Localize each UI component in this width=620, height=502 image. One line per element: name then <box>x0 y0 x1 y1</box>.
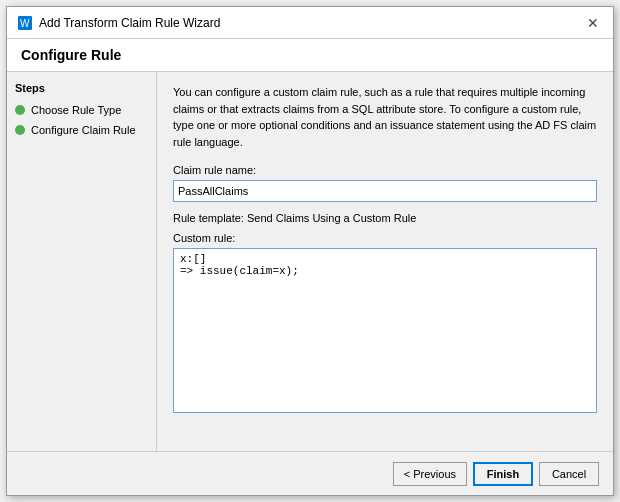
title-bar-left: W Add Transform Claim Rule Wizard <box>17 15 220 31</box>
wizard-icon: W <box>17 15 33 31</box>
previous-button[interactable]: < Previous <box>393 462 467 486</box>
rule-template-text: Rule template: Send Claims Using a Custo… <box>173 212 597 224</box>
custom-rule-textarea[interactable]: x:[] => issue(claim=x); <box>173 248 597 413</box>
description-text: You can configure a custom claim rule, s… <box>173 84 597 150</box>
close-button[interactable]: ✕ <box>583 13 603 33</box>
step-indicator-2 <box>15 125 25 135</box>
svg-text:W: W <box>20 18 30 29</box>
sidebar-item-label-2: Configure Claim Rule <box>31 124 136 136</box>
sidebar-item-label: Choose Rule Type <box>31 104 121 116</box>
sidebar-item-choose-rule-type[interactable]: Choose Rule Type <box>15 102 148 118</box>
page-title: Configure Rule <box>21 47 599 63</box>
step-indicator-1 <box>15 105 25 115</box>
cancel-button[interactable]: Cancel <box>539 462 599 486</box>
dialog-title: Add Transform Claim Rule Wizard <box>39 16 220 30</box>
dialog: W Add Transform Claim Rule Wizard ✕ Conf… <box>6 6 614 496</box>
main-panel: You can configure a custom claim rule, s… <box>157 72 613 451</box>
sidebar: Steps Choose Rule Type Configure Claim R… <box>7 72 157 451</box>
footer: < Previous Finish Cancel <box>7 451 613 495</box>
sidebar-title: Steps <box>15 82 148 94</box>
sidebar-item-configure-claim-rule[interactable]: Configure Claim Rule <box>15 122 148 138</box>
claim-rule-name-input[interactable] <box>173 180 597 202</box>
finish-button[interactable]: Finish <box>473 462 533 486</box>
title-bar: W Add Transform Claim Rule Wizard ✕ <box>7 7 613 39</box>
content-area: Steps Choose Rule Type Configure Claim R… <box>7 72 613 451</box>
close-icon: ✕ <box>587 16 599 30</box>
custom-rule-label: Custom rule: <box>173 232 597 244</box>
page-header: Configure Rule <box>7 39 613 72</box>
claim-rule-name-group: Claim rule name: <box>173 164 597 202</box>
custom-rule-group: Custom rule: x:[] => issue(claim=x); <box>173 232 597 416</box>
claim-rule-name-label: Claim rule name: <box>173 164 597 176</box>
